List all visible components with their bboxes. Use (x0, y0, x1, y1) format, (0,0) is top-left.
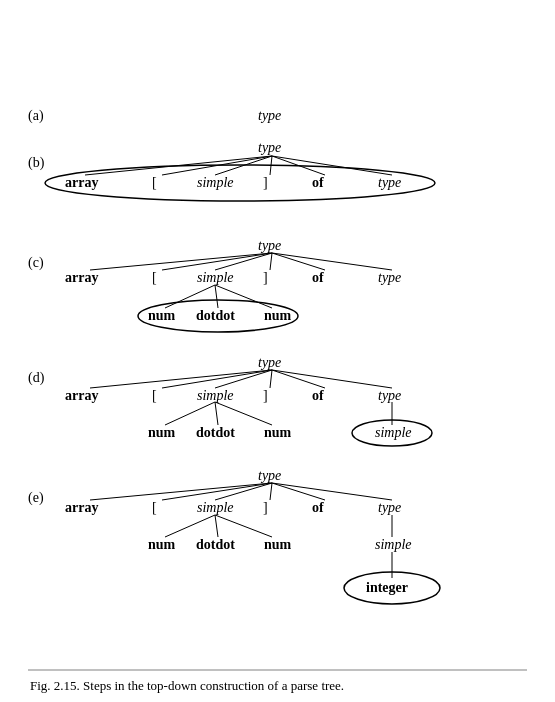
d-dotdot: dotdot (196, 425, 235, 441)
e-simple: simple (197, 500, 234, 516)
e-bracket-close: ] (263, 500, 268, 516)
section-d-label: (d) (28, 370, 44, 386)
c-array: array (65, 270, 98, 286)
c-type-child: type (378, 270, 401, 286)
b-type-root: type (258, 140, 281, 156)
b-bracket-close: ] (263, 175, 268, 191)
svg-line-4 (270, 156, 272, 175)
svg-line-15 (215, 285, 272, 308)
e-integer: integer (366, 580, 408, 596)
figure-caption: Fig. 2.15. Steps in the top-down constru… (30, 678, 344, 694)
svg-line-18 (162, 370, 272, 388)
d-type-root: type (258, 355, 281, 371)
svg-line-36 (215, 515, 272, 537)
svg-line-8 (162, 253, 272, 270)
svg-line-32 (272, 483, 325, 500)
d-array: array (65, 388, 98, 404)
svg-line-11 (272, 253, 325, 270)
svg-line-28 (90, 483, 272, 500)
svg-line-19 (215, 370, 272, 388)
svg-line-34 (165, 515, 215, 537)
b-type-child: type (378, 175, 401, 191)
section-c-label: (c) (28, 255, 44, 271)
e-of: of (312, 500, 324, 516)
d-of: of (312, 388, 324, 404)
page: (a) (b) (c) (d) (e) type type array [ si… (0, 0, 555, 702)
d-simple-oval: simple (375, 425, 412, 441)
e-array: array (65, 500, 98, 516)
diagram-svg (0, 0, 555, 702)
e-num2: num (264, 537, 291, 553)
d-type-child: type (378, 388, 401, 404)
c-bracket-close: ] (263, 270, 268, 286)
e-num1: num (148, 537, 175, 553)
e-dotdot: dotdot (196, 537, 235, 553)
svg-line-20 (270, 370, 272, 388)
svg-line-35 (215, 515, 218, 537)
d-num1: num (148, 425, 175, 441)
svg-line-13 (165, 285, 215, 308)
d-bracket-open: [ (152, 388, 157, 404)
svg-line-5 (272, 156, 325, 175)
section-b-label: (b) (28, 155, 44, 171)
c-bracket-open: [ (152, 270, 157, 286)
svg-line-17 (90, 370, 272, 388)
c-dotdot: dotdot (196, 308, 235, 324)
svg-line-33 (272, 483, 392, 500)
svg-line-7 (90, 253, 272, 270)
c-of: of (312, 270, 324, 286)
svg-line-31 (270, 483, 272, 500)
svg-line-23 (165, 402, 215, 425)
d-simple: simple (197, 388, 234, 404)
section-e-label: (e) (28, 490, 44, 506)
b-of: of (312, 175, 324, 191)
svg-point-0 (45, 165, 435, 201)
c-num2: num (264, 308, 291, 324)
c-num1: num (148, 308, 175, 324)
section-a-label: (a) (28, 108, 44, 124)
svg-line-29 (162, 483, 272, 500)
svg-line-25 (215, 402, 272, 425)
c-type-root: type (258, 238, 281, 254)
e-simple-child: simple (375, 537, 412, 553)
e-type-child: type (378, 500, 401, 516)
d-num2: num (264, 425, 291, 441)
svg-line-12 (272, 253, 392, 270)
svg-line-10 (270, 253, 272, 270)
e-bracket-open: [ (152, 500, 157, 516)
svg-line-2 (162, 156, 272, 175)
c-simple: simple (197, 270, 234, 286)
b-simple: simple (197, 175, 234, 191)
svg-line-24 (215, 402, 218, 425)
svg-line-9 (215, 253, 272, 270)
e-type-root: type (258, 468, 281, 484)
svg-line-14 (215, 285, 218, 308)
svg-line-30 (215, 483, 272, 500)
d-bracket-close: ] (263, 388, 268, 404)
svg-line-21 (272, 370, 325, 388)
svg-line-6 (272, 156, 392, 175)
a-type: type (258, 108, 281, 124)
svg-line-3 (215, 156, 272, 175)
svg-line-1 (85, 156, 272, 175)
b-array: array (65, 175, 98, 191)
b-bracket-open: [ (152, 175, 157, 191)
svg-line-22 (272, 370, 392, 388)
